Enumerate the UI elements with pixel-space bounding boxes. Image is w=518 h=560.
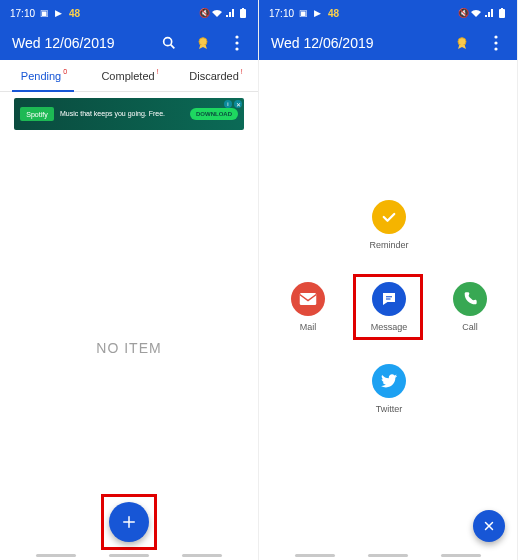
svg-line-3	[171, 45, 175, 49]
tab-pending[interactable]: Pending0	[0, 60, 86, 91]
wifi-icon	[212, 8, 222, 18]
status-time: 17:10	[10, 8, 35, 19]
tab-completed[interactable]: Completed!	[86, 60, 172, 91]
action-twitter[interactable]: Twitter	[358, 364, 420, 414]
tab-completed-label: Completed	[101, 70, 154, 82]
svg-point-7	[235, 47, 238, 50]
image-icon: ▣	[298, 8, 308, 18]
more-icon[interactable]	[228, 34, 246, 52]
phone-icon	[453, 282, 487, 316]
ad-text: Music that keeps you going. Free.	[60, 110, 165, 118]
mail-icon	[291, 282, 325, 316]
add-button[interactable]	[109, 502, 149, 542]
action-grid: Reminder Mail Message Call Twitter	[259, 60, 517, 560]
status-bar: 17:10 ▣ ▶ 48 🔇	[0, 0, 258, 26]
action-call-label: Call	[462, 322, 478, 332]
message-icon	[372, 282, 406, 316]
svg-point-6	[235, 41, 238, 44]
action-message[interactable]: Message	[358, 282, 420, 332]
nav-bar	[259, 554, 517, 558]
mute-icon: 🔇	[199, 8, 209, 18]
action-twitter-label: Twitter	[376, 404, 403, 414]
svg-point-15	[494, 47, 497, 50]
tab-discarded-label: Discarded	[189, 70, 239, 82]
wifi-icon	[471, 8, 481, 18]
action-reminder[interactable]: Reminder	[358, 200, 420, 250]
tab-pending-label: Pending	[21, 70, 61, 82]
action-reminder-label: Reminder	[369, 240, 408, 250]
status-badge: 48	[69, 8, 80, 19]
svg-point-2	[164, 38, 172, 46]
signal-icon	[484, 8, 494, 18]
action-call[interactable]: Call	[439, 282, 501, 332]
svg-rect-10	[499, 9, 505, 18]
more-icon[interactable]	[487, 34, 505, 52]
svg-point-13	[494, 35, 497, 38]
svg-point-12	[458, 38, 466, 46]
tabs: Pending0 Completed! Discarded!	[0, 60, 258, 92]
check-icon	[372, 200, 406, 234]
svg-rect-1	[242, 8, 244, 9]
app-header: Wed 12/06/2019	[0, 26, 258, 60]
screen-actions: 17:10 ▣ ▶ 48 🔇 Wed 12/06/2019	[259, 0, 518, 560]
tab-discarded[interactable]: Discarded!	[172, 60, 258, 91]
status-badge: 48	[328, 8, 339, 19]
svg-rect-11	[501, 8, 503, 9]
ad-close-icon[interactable]: i✕	[224, 100, 242, 108]
app-header: Wed 12/06/2019	[259, 26, 517, 60]
status-bar: 17:10 ▣ ▶ 48 🔇	[259, 0, 517, 26]
battery-icon	[497, 8, 507, 18]
svg-point-5	[235, 35, 238, 38]
search-icon[interactable]	[160, 34, 178, 52]
signal-icon	[225, 8, 235, 18]
battery-icon	[238, 8, 248, 18]
header-date: Wed 12/06/2019	[12, 35, 160, 51]
medal-icon[interactable]	[194, 34, 212, 52]
header-date: Wed 12/06/2019	[271, 35, 453, 51]
twitter-icon	[372, 364, 406, 398]
svg-rect-16	[300, 293, 317, 305]
svg-rect-0	[240, 9, 246, 18]
mute-icon: 🔇	[458, 8, 468, 18]
play-icon: ▶	[53, 8, 63, 18]
medal-icon[interactable]	[453, 34, 471, 52]
status-time: 17:10	[269, 8, 294, 19]
ad-cta[interactable]: DOWNLOAD	[190, 108, 238, 120]
ad-banner[interactable]: Spotify Music that keeps you going. Free…	[14, 98, 244, 130]
screen-list: 17:10 ▣ ▶ 48 🔇 Wed 12/06/2019	[0, 0, 259, 560]
action-message-label: Message	[371, 322, 408, 332]
close-button[interactable]	[473, 510, 505, 542]
image-icon: ▣	[39, 8, 49, 18]
nav-bar	[0, 554, 258, 558]
action-mail[interactable]: Mail	[277, 282, 339, 332]
action-mail-label: Mail	[300, 322, 317, 332]
svg-point-4	[199, 38, 207, 46]
svg-point-14	[494, 41, 497, 44]
ad-brand: Spotify	[20, 107, 54, 121]
play-icon: ▶	[312, 8, 322, 18]
